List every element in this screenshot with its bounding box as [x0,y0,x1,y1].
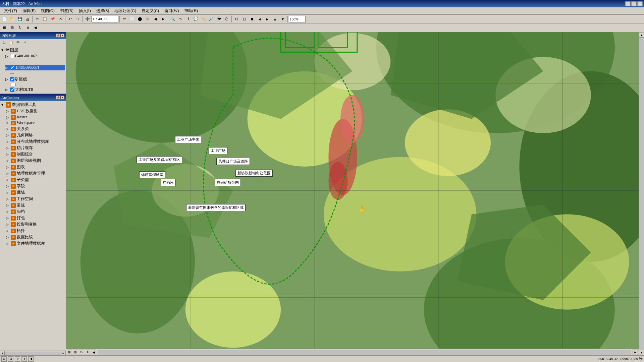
list-by-source[interactable]: 📋 [8,40,14,46]
archive-expand[interactable]: ▷ [6,210,10,214]
geonet-expand[interactable]: ▷ [6,133,10,137]
dawu-checkbox[interactable] [10,87,14,92]
kuqu-expand[interactable]: ▷ [5,77,9,81]
layout-view[interactable]: ⊞ [1,24,8,32]
menu-geoprocess[interactable]: 地理处理(G) [112,7,139,14]
menu-file[interactable]: 文件(F) [1,7,20,14]
add-data-button[interactable]: ➕ [84,15,91,23]
subtype-expand[interactable]: ▷ [6,178,10,182]
map-area[interactable]: 工业广场主体 工业广场 工业广场及道路/采矿权区 风井口广场及道路 炸药库催班室… [66,32,639,349]
menu-edit[interactable]: 编辑(E) [20,7,38,14]
circle-button[interactable]: ⬤ [136,15,144,23]
vscroll-down[interactable]: ▼ [639,350,644,355]
vscroll-up[interactable]: ▲ [639,32,644,38]
map-refresh[interactable]: ↻ [79,350,84,355]
map-pause[interactable]: ⏸ [85,350,90,355]
map-back[interactable]: ◀ [91,350,96,355]
new-button[interactable]: 📄 [1,15,8,23]
data-view[interactable]: ⊟ [8,24,16,32]
layer-item-kuqu[interactable]: ▷ 矿区线 [5,76,65,82]
tool-relations[interactable]: ▷ ⊞ 关系类 [1,126,65,132]
tool-topology[interactable]: ▷ ⊞ 拓扑 [1,228,65,234]
zoom-layer[interactable]: ◻ [240,15,248,23]
workspace2-expand[interactable]: ▷ [6,197,10,201]
minimize-button[interactable]: — [625,1,631,6]
zoom-full[interactable]: ⊡ [233,15,240,23]
menu-customize[interactable]: 自定义(C) [139,7,162,14]
list-by-draw-order[interactable]: 🗂 [1,40,7,46]
nav-back[interactable]: ◀ [152,15,159,23]
tool-tile-cache[interactable]: ▷ ⊞ 切片缓存 [1,145,65,151]
grid-button[interactable]: ⊞ [144,15,151,23]
redo-button[interactable]: ↪ [74,15,82,23]
kuqu-checkbox[interactable] [10,77,14,81]
toolbox-close[interactable]: ✕ [60,96,64,100]
close-button[interactable]: ✕ [637,1,643,6]
pan-up[interactable]: ▲ [271,15,279,23]
tool-dist-gdb[interactable]: ▷ ⊞ 分布式地理数据库 [1,138,65,145]
layer-root[interactable]: ▼ 🗺 图层 [1,47,65,53]
tool-gdb-mgmt[interactable]: ▷ ⊞ 地理数据库管理 [1,170,65,177]
print-button[interactable]: 🖨 [24,15,31,23]
scale-box[interactable]: 1：40,000 [92,16,118,22]
status-layout[interactable]: ⊞ [1,356,7,362]
hscroll-right[interactable]: ► [61,351,66,356]
zoom-percent-box[interactable]: 100% [289,16,306,22]
tool-workspace2[interactable]: ▷ ⊞ 工作空间 [1,196,65,202]
H48-expand[interactable]: ▷ [5,66,9,69]
general-expand[interactable]: ▷ [6,203,10,207]
open-button[interactable]: 📂 [8,15,16,23]
carto-expand[interactable]: ▷ [6,153,10,156]
nav-fwd[interactable]: ▶ [159,15,167,23]
root-expand[interactable]: ▼ [1,48,5,52]
dawu-expand[interactable]: ▷ [5,88,9,92]
gdb-mgmt-expand[interactable]: ▷ [6,172,10,175]
tool-general[interactable]: ▷ ⊞ 常规 [1,202,65,208]
undo-button[interactable]: ↩ [66,15,74,23]
pan-left[interactable]: ◄ [256,15,263,23]
las-expand[interactable]: ▷ [6,109,10,113]
back-btn2[interactable]: ◀ [32,24,39,32]
zoom-sel[interactable]: ◼ [248,15,256,23]
proj-expand[interactable]: ▷ [6,223,10,226]
delete-button[interactable]: ✕ [57,15,64,23]
tool-geonet[interactable]: ▷ ⊞ 几何网络 [1,132,65,138]
status-data[interactable]: ⊟ [8,356,13,362]
H48-checkbox[interactable] [10,65,14,70]
field-expand[interactable]: ▷ [6,184,10,188]
G48-checkbox[interactable] [10,54,14,58]
status-refresh[interactable]: ↻ [15,356,20,362]
sketch-button[interactable]: ⬜ [128,15,136,23]
layer-table-expand[interactable]: ▷ [6,159,10,163]
cut-button[interactable]: ✂ [34,15,41,23]
layer-item-G48[interactable]: ▷ G48G001067 [5,53,65,59]
G48-expand[interactable]: ▷ [5,54,9,58]
tool-data-compare[interactable]: ▷ ⊞ 数据比较 [1,234,65,240]
copy-button[interactable]: 📋 [41,15,49,23]
map-layout-view[interactable]: ⊞ [67,350,72,355]
save-button[interactable]: 💾 [16,15,23,23]
menu-insert[interactable]: 插入(I) [76,7,94,14]
time-btn[interactable]: ⏱ [223,15,230,23]
refresh-btn[interactable]: ↻ [16,24,23,32]
map-scroll-right[interactable]: ► [633,350,638,355]
content-panel-pin[interactable]: 📌 [56,34,60,38]
zoom-in-fixed[interactable]: 🔍 [169,15,176,23]
select-btn[interactable]: ↖ [177,15,184,23]
package-expand[interactable]: ▷ [6,216,10,220]
map-hscroll-thumb[interactable] [98,350,631,355]
list-by-selection[interactable]: ✓ [22,40,29,46]
menu-view[interactable]: 视图(G) [38,7,57,14]
workspace-expand[interactable]: ▷ [6,121,10,125]
list-by-visibility[interactable]: 👁 [15,40,21,46]
menu-help[interactable]: 帮助(H) [181,7,201,14]
hscroll-track[interactable] [5,352,61,355]
menu-bookmark[interactable]: 书签(B) [57,7,76,14]
tool-field[interactable]: ▷ ⊞ 字段 [1,183,65,189]
tool-proj[interactable]: ▷ ⊞ 投影和变换 [1,221,65,228]
map-hscroll-area[interactable] [97,349,632,356]
tool-las[interactable]: ▷ ⊞ LAS 数据集 [1,108,65,114]
route-btn[interactable]: 🗺 [215,15,223,23]
maximize-button[interactable]: □ [631,1,637,6]
tool-archive[interactable]: ▷ ⊞ 归档 [1,208,65,215]
